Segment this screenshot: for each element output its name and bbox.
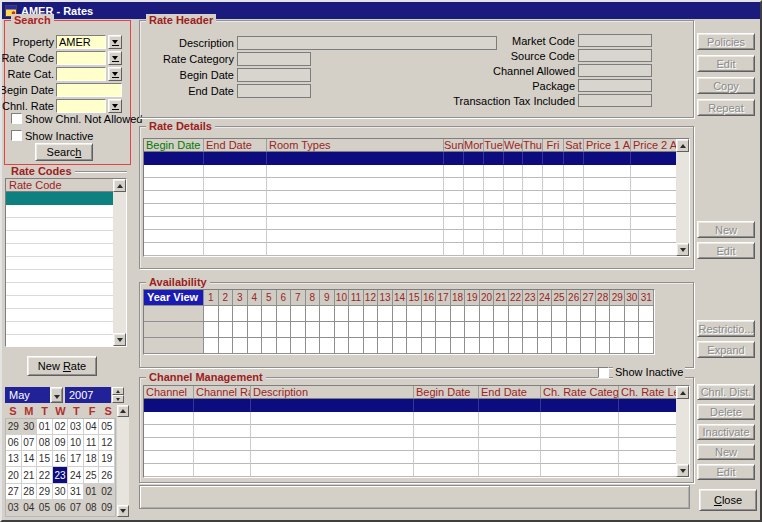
rate-details-row[interactable] [144,178,676,191]
calendar-day[interactable]: 27 [6,484,22,500]
policies-button[interactable]: Policies [697,33,755,50]
rate-code-row[interactable] [6,244,113,257]
channel-row[interactable] [144,464,676,477]
calendar-month-dropdown-button[interactable] [50,387,63,403]
rate-header-edit-button[interactable]: Edit [697,55,755,72]
expand-button[interactable]: Expand [697,341,755,358]
repeat-button[interactable]: Repeat [697,99,755,116]
search-button[interactable]: Search [35,143,93,161]
rate-details-new-button[interactable]: New [697,221,755,238]
calendar-day[interactable]: 19 [99,451,115,467]
calendar-day[interactable]: 13 [6,451,22,467]
calendar-year[interactable]: 2007 [65,387,111,403]
rate-code-row[interactable] [6,270,113,283]
availability-row[interactable] [144,322,654,338]
availability-row[interactable] [144,306,654,322]
channel-new-button[interactable]: New [697,444,755,460]
scroll-up-button[interactable] [676,139,689,152]
search-rate-cat-input[interactable] [56,67,106,81]
checkbox-show-chnl-not-allowed[interactable] [11,113,22,124]
channel-row[interactable] [144,399,676,412]
calendar-day[interactable]: 20 [6,467,22,483]
channel-management-scrollbar[interactable] [676,386,689,477]
title-bar[interactable]: AMER - Rates [2,2,760,19]
rate-code-row[interactable] [6,322,113,335]
scroll-down-button[interactable] [113,333,126,346]
calendar-day[interactable]: 05 [99,419,115,435]
rate-details-row[interactable] [144,191,676,204]
calendar-day[interactable]: 30 [22,419,38,435]
rate-header-field-begin-date[interactable] [237,68,311,82]
calendar-day[interactable]: 01 [84,484,100,500]
calendar-day[interactable]: 08 [37,435,53,451]
rate-code-row[interactable] [6,283,113,296]
scroll-up-button[interactable] [676,386,689,399]
scroll-down-button[interactable] [117,505,129,517]
rate-code-row[interactable] [6,205,113,218]
calendar-day[interactable]: 22 [37,467,53,483]
rate-code-row[interactable] [6,192,113,205]
restrictions-button[interactable]: Restrictio... [697,320,755,337]
calendar-day[interactable]: 28 [22,484,38,500]
rate-details-row[interactable] [144,152,676,165]
calendar-day[interactable]: 16 [53,451,69,467]
calendar-day[interactable]: 21 [22,467,38,483]
channel-row[interactable] [144,451,676,464]
show-inactive-checkbox[interactable] [598,367,609,378]
scrollbar-track[interactable] [676,152,689,243]
rate-header-field-rate-category[interactable] [237,52,311,66]
search-property-input[interactable] [56,35,106,49]
calendar-day[interactable]: 17 [68,451,84,467]
rate-details-row[interactable] [144,230,676,243]
channel-edit-button[interactable]: Edit [697,464,755,480]
new-rate-button[interactable]: New Rate [27,356,97,376]
calendar-day[interactable]: 10 [68,435,84,451]
scroll-up-button[interactable] [117,405,129,417]
rate-codes-scrollbar[interactable] [113,179,126,346]
rate-code-row[interactable] [6,296,113,309]
calendar-day[interactable]: 07 [22,435,38,451]
calendar-day[interactable]: 15 [37,451,53,467]
rate-details-row[interactable] [144,165,676,178]
rate-code-row[interactable] [6,309,113,322]
calendar-day[interactable]: 04 [22,500,38,516]
rate-details-row[interactable] [144,204,676,217]
search-begin-date-input[interactable] [56,83,122,97]
calendar-day-selected[interactable]: 23 [53,467,69,483]
calendar-day[interactable]: 08 [84,500,100,516]
rate-details-row[interactable] [144,217,676,230]
search-rate-cat-lov-button[interactable] [108,67,122,81]
scrollbar-track[interactable] [676,399,689,464]
rate-header-field-transaction-tax-included[interactable] [578,94,652,107]
calendar-day[interactable]: 11 [84,435,100,451]
scrollbar-track[interactable] [113,192,126,333]
search-rate-code-lov-button[interactable] [108,51,122,65]
calendar-day[interactable]: 31 [68,484,84,500]
scroll-up-button[interactable] [113,179,126,192]
rate-header-field-market-code[interactable] [578,34,652,47]
close-button[interactable]: Close [699,489,757,511]
search-chnl-rate-input[interactable] [56,99,106,113]
calendar-day[interactable]: 29 [37,484,53,500]
delete-button[interactable]: Delete [697,404,755,420]
calendar-day[interactable]: 02 [53,419,69,435]
calendar-month[interactable]: May [5,387,50,403]
calendar-day[interactable]: 09 [99,500,115,516]
rate-details-row[interactable] [144,243,676,256]
calendar-day[interactable]: 14 [22,451,38,467]
calendar-day[interactable]: 24 [68,467,84,483]
channel-row[interactable] [144,425,676,438]
rate-details-edit-button[interactable]: Edit [697,242,755,259]
calendar-day[interactable]: 30 [53,484,69,500]
rate-code-row[interactable] [6,257,113,270]
scroll-down-button[interactable] [676,464,689,477]
year-down-button[interactable] [112,395,124,403]
search-chnl-rate-lov-button[interactable] [108,99,122,113]
calendar-day[interactable]: 03 [6,500,22,516]
search-rate-code-input[interactable] [56,51,106,65]
year-view-header[interactable]: Year View [144,290,204,306]
rate-header-field-package[interactable] [578,79,652,92]
scrollbar-track[interactable] [117,417,129,505]
calendar-day[interactable]: 09 [53,435,69,451]
calendar-day[interactable]: 02 [99,484,115,500]
